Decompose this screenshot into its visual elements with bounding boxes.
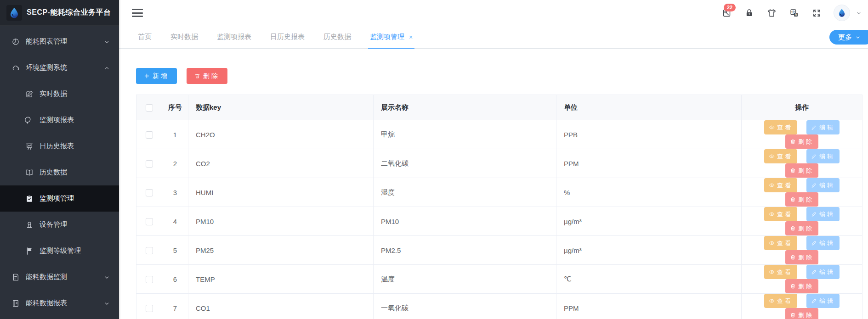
flag-icon xyxy=(25,247,34,255)
sidebar-item-realtime-data[interactable]: 实时数据 xyxy=(0,81,119,107)
more-button[interactable]: 更多 xyxy=(829,30,868,45)
delete-button-label: 删除 xyxy=(798,311,814,319)
row-data-key: CO2 xyxy=(188,149,374,178)
sidebar-menu: 能耗图表管理 环境监测系统 实时数据 xyxy=(0,26,119,316)
tab-close-icon[interactable]: × xyxy=(409,34,413,40)
edit-button[interactable]: 编辑 xyxy=(806,149,840,163)
sidebar-item-label: 历史数据 xyxy=(40,168,67,177)
row-data-key: CO1 xyxy=(188,294,374,319)
table-body: 1 CH2O 甲烷 PPB 查看 编辑 删除 2 CO2 二氧化碳 PPM xyxy=(136,120,862,319)
chevron-down-icon[interactable] xyxy=(856,10,862,16)
sidebar-item-label: 环境监测系统 xyxy=(26,63,67,72)
row-unit: PPB xyxy=(556,120,742,149)
sidebar-item-level-management[interactable]: 监测等级管理 xyxy=(0,238,119,264)
view-button[interactable]: 查看 xyxy=(764,149,797,163)
tab-home[interactable]: 首页 xyxy=(138,26,152,49)
row-checkbox[interactable] xyxy=(146,131,153,139)
row-actions: 查看 编辑 删除 xyxy=(742,265,862,294)
row-index: 6 xyxy=(162,265,188,294)
sidebar-item-history-data[interactable]: 历史数据 xyxy=(0,159,119,185)
row-index: 1 xyxy=(162,120,188,149)
document-list-icon xyxy=(11,299,20,308)
pie-chart-icon xyxy=(11,38,20,46)
sidebar-item-energy-data-report[interactable]: 能耗数据报表 xyxy=(0,290,119,316)
lock-icon[interactable] xyxy=(743,7,755,18)
column-header-unit: 单位 xyxy=(556,95,742,120)
fullscreen-icon[interactable] xyxy=(811,7,822,18)
tab-label: 监测项管理 xyxy=(370,33,404,41)
sidebar-item-env-monitoring[interactable]: 环境监测系统 xyxy=(0,55,119,81)
edit-button[interactable]: 编辑 xyxy=(806,265,840,279)
delete-button-label: 删除 xyxy=(798,167,814,175)
tab-label: 日历史报表 xyxy=(270,33,305,41)
view-button[interactable]: 查看 xyxy=(764,120,797,134)
sidebar-item-daily-history-report[interactable]: 日历史报表 xyxy=(0,133,119,159)
row-display-name: PM2.5 xyxy=(374,236,556,265)
delete-button[interactable]: 删除 xyxy=(785,134,818,149)
row-display-name: 二氧化碳 xyxy=(374,149,556,178)
delete-button[interactable]: 删除 xyxy=(785,221,818,235)
row-checkbox[interactable] xyxy=(146,160,153,168)
delete-button[interactable]: 删除 xyxy=(785,279,818,293)
maintenance-log-icon[interactable]: 22 xyxy=(721,7,732,18)
tab-daily-history-report[interactable]: 日历史报表 xyxy=(270,26,305,49)
row-display-name: 甲烷 xyxy=(374,120,556,149)
row-unit: PPM xyxy=(556,149,742,178)
row-checkbox[interactable] xyxy=(146,218,153,225)
sidebar-shadow xyxy=(119,0,121,319)
row-checkbox[interactable] xyxy=(146,276,153,283)
sidebar-item-label: 能耗数据报表 xyxy=(26,299,67,308)
delete-button[interactable]: 删除 xyxy=(785,192,818,207)
delete-button-label: 删除 xyxy=(798,224,814,233)
row-actions: 查看 编辑 删除 xyxy=(742,236,862,265)
top-header: 22 中 A xyxy=(119,0,868,26)
chart-board-icon xyxy=(25,142,34,151)
edit-button[interactable]: 编辑 xyxy=(806,178,840,192)
sidebar-item-device-management[interactable]: 设备管理 xyxy=(0,212,119,238)
sidebar-item-energy-charts[interactable]: 能耗图表管理 xyxy=(0,28,119,55)
edit-button[interactable]: 编辑 xyxy=(806,294,840,308)
chevron-down-icon xyxy=(104,39,110,45)
row-checkbox[interactable] xyxy=(146,247,153,254)
delete-button[interactable]: 删除 xyxy=(785,308,818,319)
edit-button[interactable]: 编辑 xyxy=(806,207,840,221)
row-checkbox-cell xyxy=(136,294,162,319)
row-display-name: 湿度 xyxy=(374,178,556,207)
view-button[interactable]: 查看 xyxy=(764,178,797,192)
tab-item-management[interactable]: 监测项管理 × xyxy=(370,26,413,49)
tab-realtime-data[interactable]: 实时数据 xyxy=(170,26,198,49)
row-checkbox[interactable] xyxy=(146,189,153,196)
edit-button[interactable]: 编辑 xyxy=(806,236,840,250)
view-button[interactable]: 查看 xyxy=(764,294,797,308)
comment-icon xyxy=(25,116,34,124)
delete-button[interactable]: 删除 xyxy=(785,250,818,264)
sidebar-item-item-management[interactable]: 监测项管理 xyxy=(0,185,119,212)
theme-shirt-icon[interactable] xyxy=(766,7,777,18)
delete-button[interactable]: 删除 xyxy=(785,163,818,178)
add-button[interactable]: 新增 xyxy=(136,68,177,84)
avatar[interactable] xyxy=(834,5,850,21)
batch-delete-button-label: 删除 xyxy=(203,72,220,80)
tab-item-report[interactable]: 监测项报表 xyxy=(217,26,251,49)
sidebar-item-label: 设备管理 xyxy=(40,220,67,229)
batch-delete-button[interactable]: 删除 xyxy=(187,68,227,84)
select-all-checkbox[interactable] xyxy=(146,104,153,112)
header-checkbox-cell xyxy=(136,95,162,120)
table-row: 2 CO2 二氧化碳 PPM 查看 编辑 删除 xyxy=(136,149,862,178)
translate-icon[interactable]: 中 A xyxy=(789,7,800,18)
row-checkbox-cell xyxy=(136,236,162,265)
view-button[interactable]: 查看 xyxy=(764,207,797,221)
hamburger-menu-icon[interactable] xyxy=(132,8,143,18)
header-actions: 22 中 A xyxy=(721,0,862,26)
delete-button-label: 删除 xyxy=(798,138,814,146)
row-checkbox[interactable] xyxy=(146,305,153,312)
tab-history-data[interactable]: 历史数据 xyxy=(323,26,351,49)
view-button-label: 查看 xyxy=(777,239,793,247)
sidebar-item-energy-data-monitoring[interactable]: 能耗数据监测 xyxy=(0,264,119,290)
sidebar-item-item-report[interactable]: 监测项报表 xyxy=(0,107,119,133)
view-button[interactable]: 查看 xyxy=(764,236,797,250)
sidebar-item-label: 日历史报表 xyxy=(40,142,74,151)
view-button-label: 查看 xyxy=(777,123,793,132)
edit-button[interactable]: 编辑 xyxy=(806,120,840,134)
view-button[interactable]: 查看 xyxy=(764,265,797,279)
